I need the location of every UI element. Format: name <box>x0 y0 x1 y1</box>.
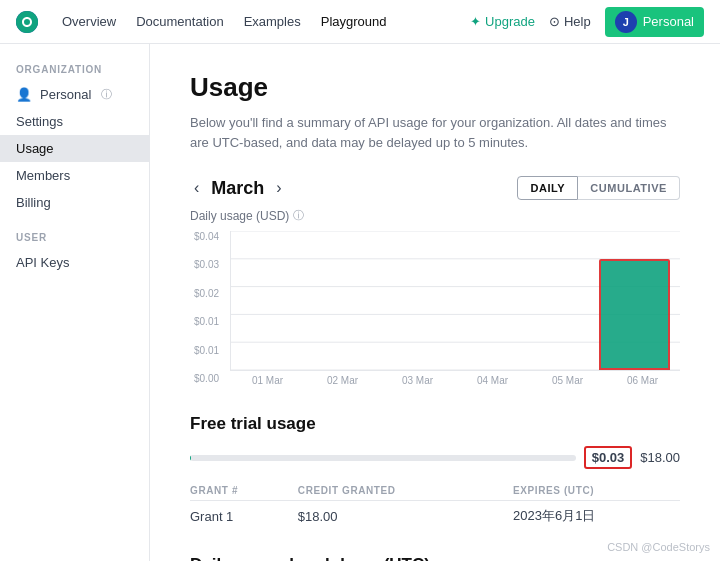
chart-bar-6 <box>599 259 671 370</box>
sidebar-item-personal[interactable]: 👤 Personal ⓘ <box>0 81 149 108</box>
nav-documentation[interactable]: Documentation <box>136 14 223 29</box>
grant-name: Grant 1 <box>190 501 278 532</box>
col-header-expires: EXPIRES (UTC) <box>493 481 680 501</box>
y-label-2: $0.03 <box>194 259 219 270</box>
breakdown-section: Daily usage breakdown (UTC) 2023年3月6日 Al… <box>190 555 680 561</box>
free-trial-section: Free trial usage $0.03 $18.00 GRANT # CR… <box>190 414 680 531</box>
logo <box>16 11 38 33</box>
watermark: CSDN @CodeStorys <box>607 541 710 553</box>
y-label-4: $0.01 <box>194 316 219 327</box>
sidebar-item-usage[interactable]: Usage <box>0 135 149 162</box>
breakdown-title: Daily usage breakdown (UTC) <box>190 555 680 561</box>
chart-container <box>230 231 680 371</box>
sidebar-item-api-keys[interactable]: API Keys <box>0 249 149 276</box>
page-title: Usage <box>190 72 680 103</box>
trial-bar-fill <box>190 455 191 461</box>
nav-links: Overview Documentation Examples Playgrou… <box>62 14 387 29</box>
chart-x-labels: 01 Mar 02 Mar 03 Mar 04 Mar 05 Mar 06 Ma… <box>230 375 680 386</box>
personal-label: Personal <box>643 14 694 29</box>
help-icon: ⊙ <box>549 14 560 29</box>
help-button[interactable]: ⊙ Help <box>549 14 591 29</box>
billing-label: Billing <box>16 195 51 210</box>
trial-progress: $0.03 $18.00 <box>190 446 680 469</box>
grant-expires: 2023年6月1日 <box>493 501 680 532</box>
nav-overview[interactable]: Overview <box>62 14 116 29</box>
help-label: Help <box>564 14 591 29</box>
personal-button[interactable]: J Personal <box>605 7 704 37</box>
sidebar-item-billing[interactable]: Billing <box>0 189 149 216</box>
sidebar-item-members[interactable]: Members <box>0 162 149 189</box>
y-label-3: $0.02 <box>194 288 219 299</box>
chart-info-icon: ⓘ <box>293 208 304 223</box>
user-section-label: USER <box>0 232 149 249</box>
sidebar-divider <box>0 216 149 232</box>
x-label-4: 04 Mar <box>455 375 530 386</box>
api-keys-label: API Keys <box>16 255 69 270</box>
chart-bars <box>231 231 680 370</box>
chart-y-labels: $0.04 $0.03 $0.02 $0.01 $0.01 $0.00 <box>194 231 219 386</box>
trial-used-amount: $0.03 <box>584 446 633 469</box>
prev-month-button[interactable]: ‹ <box>190 179 203 197</box>
trial-table: GRANT # CREDIT GRANTED EXPIRES (UTC) Gra… <box>190 481 680 531</box>
nav-playground[interactable]: Playground <box>321 14 387 29</box>
sidebar-personal-label: Personal <box>40 87 91 102</box>
avatar-initial: J <box>623 16 629 28</box>
page-description: Below you'll find a summary of API usage… <box>190 113 680 152</box>
personal-icon: 👤 <box>16 87 32 102</box>
chart-label: Daily usage (USD) ⓘ <box>190 208 680 223</box>
table-row: Grant 1 $18.00 2023年6月1日 <box>190 501 680 532</box>
cumulative-toggle-button[interactable]: CUMULATIVE <box>578 176 680 200</box>
y-label-1: $0.04 <box>194 231 219 242</box>
upgrade-label: Upgrade <box>485 14 535 29</box>
x-label-2: 02 Mar <box>305 375 380 386</box>
x-label-3: 03 Mar <box>380 375 455 386</box>
x-label-1: 01 Mar <box>230 375 305 386</box>
col-header-credit: CREDIT GRANTED <box>278 481 493 501</box>
month-title: March <box>211 178 264 199</box>
y-label-6: $0.00 <box>194 373 219 384</box>
daily-toggle-button[interactable]: DAILY <box>517 176 578 200</box>
trial-bar-background <box>190 455 576 461</box>
info-icon: ⓘ <box>101 87 112 102</box>
free-trial-title: Free trial usage <box>190 414 680 434</box>
x-label-5: 05 Mar <box>530 375 605 386</box>
nav-right: ✦ Upgrade ⊙ Help J Personal <box>470 7 704 37</box>
sidebar: ORGANIZATION 👤 Personal ⓘ Settings Usage… <box>0 44 150 561</box>
svg-point-0 <box>16 11 38 33</box>
view-toggle: DAILY CUMULATIVE <box>517 176 680 200</box>
usage-label: Usage <box>16 141 54 156</box>
grant-credit: $18.00 <box>278 501 493 532</box>
next-month-button[interactable]: › <box>272 179 285 197</box>
y-label-5: $0.01 <box>194 345 219 356</box>
chart-section: Daily usage (USD) ⓘ $0.04 $0.03 $0.02 $0… <box>190 208 680 386</box>
col-header-grant: GRANT # <box>190 481 278 501</box>
top-nav: Overview Documentation Examples Playgrou… <box>0 0 720 44</box>
org-section-label: ORGANIZATION <box>0 64 149 81</box>
main-content: Usage Below you'll find a summary of API… <box>150 44 720 561</box>
x-label-6: 06 Mar <box>605 375 680 386</box>
settings-label: Settings <box>16 114 63 129</box>
sidebar-item-settings[interactable]: Settings <box>0 108 149 135</box>
user-avatar: J <box>615 11 637 33</box>
nav-examples[interactable]: Examples <box>244 14 301 29</box>
layout: ORGANIZATION 👤 Personal ⓘ Settings Usage… <box>0 44 720 561</box>
upgrade-icon: ✦ <box>470 14 481 29</box>
members-label: Members <box>16 168 70 183</box>
trial-total-amount: $18.00 <box>640 450 680 465</box>
upgrade-button[interactable]: ✦ Upgrade <box>470 14 535 29</box>
